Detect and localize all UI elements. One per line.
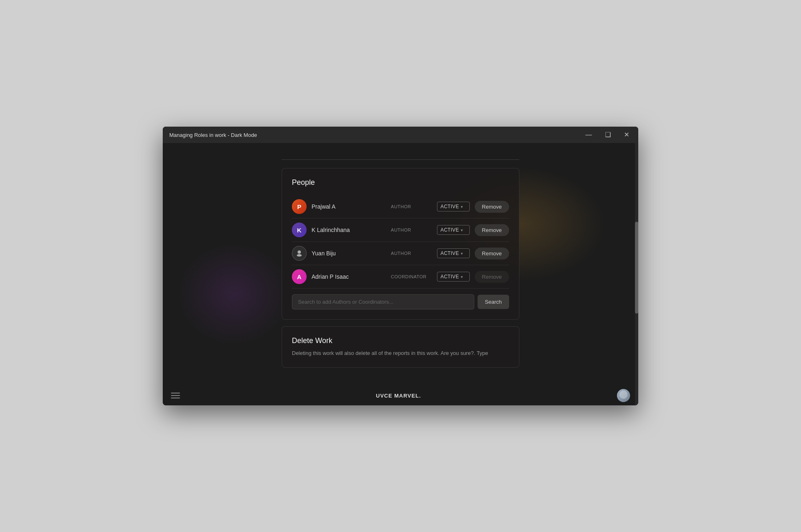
minimize-button[interactable]: — xyxy=(583,130,594,140)
chevron-down-icon: ▾ xyxy=(461,205,463,209)
status-text: ACTIVE xyxy=(441,274,459,280)
person-name: Yuan Biju xyxy=(312,250,386,257)
maximize-button[interactable]: ❑ xyxy=(603,130,613,140)
person-row: K K Lalrinchhana AUTHOR ACTIVE ▾ Remove xyxy=(292,218,509,242)
avatar xyxy=(292,246,307,261)
role-badge: AUTHOR xyxy=(391,251,432,256)
status-text: ACTIVE xyxy=(441,227,459,233)
svg-point-0 xyxy=(298,250,301,254)
search-row: Search xyxy=(292,294,509,309)
people-title: People xyxy=(292,178,509,187)
status-dropdown[interactable]: ACTIVE ▾ xyxy=(437,248,470,258)
hamburger-menu-icon[interactable] xyxy=(171,393,180,398)
status-text: ACTIVE xyxy=(441,250,459,256)
app-window: Managing Roles in work - Dark Mode — ❑ ✕… xyxy=(163,127,638,405)
chevron-down-icon: ▾ xyxy=(461,228,463,232)
hamburger-line xyxy=(171,398,180,398)
window-title: Managing Roles in work - Dark Mode xyxy=(169,132,257,138)
search-input[interactable] xyxy=(292,294,474,309)
hamburger-line xyxy=(171,395,180,396)
title-bar: Managing Roles in work - Dark Mode — ❑ ✕ xyxy=(163,127,638,143)
remove-button[interactable]: Remove xyxy=(475,248,509,259)
bottom-bar: UVCE MARVEL. xyxy=(163,386,638,405)
delete-work-card: Delete Work Deleting this work will also… xyxy=(282,326,519,368)
person-name: K Lalrinchhana xyxy=(312,227,386,233)
person-row: P Prajwal A AUTHOR ACTIVE ▾ Remove xyxy=(292,195,509,218)
chevron-down-icon: ▾ xyxy=(461,251,463,256)
role-badge: AUTHOR xyxy=(391,227,432,232)
person-row: Yuan Biju AUTHOR ACTIVE ▾ Remove xyxy=(292,242,509,265)
delete-work-description: Deleting this work will also delete all … xyxy=(292,349,509,357)
hamburger-line xyxy=(171,393,180,393)
status-dropdown[interactable]: ACTIVE ▾ xyxy=(437,272,470,282)
role-badge: AUTHOR xyxy=(391,204,432,209)
status-dropdown[interactable]: ACTIVE ▾ xyxy=(437,225,470,235)
scrollbar[interactable] xyxy=(635,143,638,405)
close-button[interactable]: ✕ xyxy=(621,130,632,140)
top-divider xyxy=(282,159,519,160)
search-button[interactable]: Search xyxy=(478,295,509,309)
person-name: Prajwal A xyxy=(312,203,386,210)
chevron-down-icon: ▾ xyxy=(461,275,463,279)
delete-work-title: Delete Work xyxy=(292,336,509,345)
brand-label: UVCE MARVEL. xyxy=(376,393,421,399)
avatar: P xyxy=(292,199,307,214)
remove-button[interactable]: Remove xyxy=(475,271,509,283)
avatar: K xyxy=(292,223,307,237)
scrollbar-thumb[interactable] xyxy=(635,222,638,314)
remove-button[interactable]: Remove xyxy=(475,201,509,213)
remove-button[interactable]: Remove xyxy=(475,224,509,236)
people-card: People P Prajwal A AUTHOR ACTIVE ▾ Remov… xyxy=(282,168,519,320)
role-badge: COORDINATOR xyxy=(391,274,432,279)
status-dropdown[interactable]: ACTIVE ▾ xyxy=(437,202,470,211)
person-row: A Adrian P Isaac COORDINATOR ACTIVE ▾ Re… xyxy=(292,265,509,289)
window-controls: — ❑ ✕ xyxy=(583,130,632,140)
svg-point-1 xyxy=(297,254,302,257)
user-avatar[interactable] xyxy=(617,389,630,402)
person-name: Adrian P Isaac xyxy=(312,273,386,280)
status-text: ACTIVE xyxy=(441,204,459,209)
content-area: People P Prajwal A AUTHOR ACTIVE ▾ Remov… xyxy=(163,143,638,386)
avatar: A xyxy=(292,269,307,284)
